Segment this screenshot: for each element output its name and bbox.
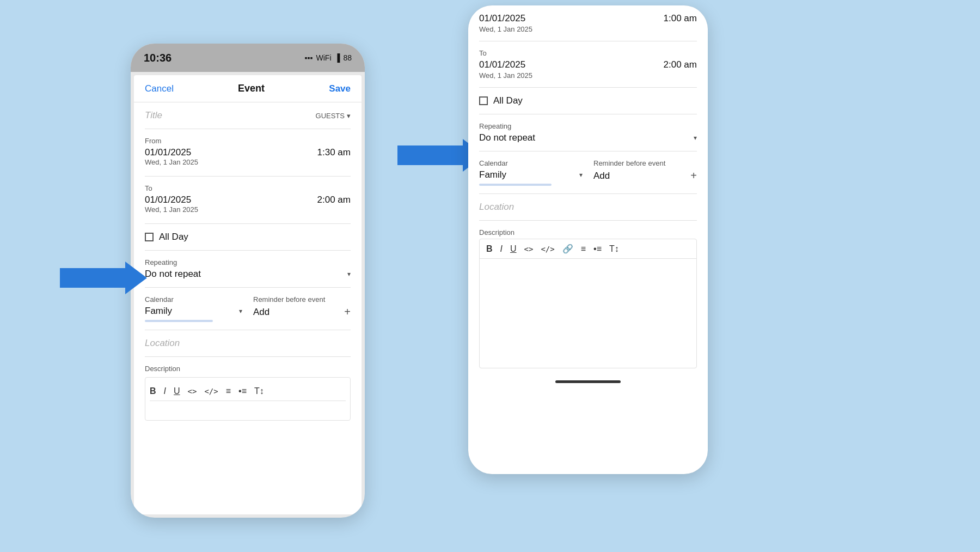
- repeating-row[interactable]: Repeating Do not repeat ▾: [145, 251, 351, 288]
- cancel-button[interactable]: Cancel: [145, 83, 174, 94]
- right-description-textarea[interactable]: [480, 259, 696, 368]
- right-calendar-label: Calendar: [479, 159, 583, 167]
- battery-level: 88: [343, 53, 352, 62]
- right-location-input[interactable]: Location: [479, 202, 514, 212]
- right-calendar-col[interactable]: Calendar Family ▾: [479, 159, 583, 186]
- allday-label: All Day: [159, 232, 188, 242]
- repeating-label: Repeating: [145, 258, 351, 266]
- calendar-select[interactable]: Family ▾: [145, 306, 242, 317]
- right-toolbar-unordered-list[interactable]: •≡: [593, 244, 602, 254]
- toolbar-unordered-list[interactable]: •≡: [238, 386, 247, 396]
- reminder-label: Reminder before event: [253, 295, 351, 304]
- save-button[interactable]: Save: [329, 83, 351, 94]
- right-from-weekday: Wed, 1 Jan 2025: [479, 25, 697, 33]
- calendar-value: Family: [145, 306, 172, 317]
- toolbar-ordered-list[interactable]: ≡: [226, 386, 231, 396]
- right-repeating-select[interactable]: Do not repeat ▾: [479, 132, 697, 143]
- right-description-label: Description: [479, 228, 697, 236]
- title-input[interactable]: Title: [145, 110, 162, 121]
- calendar-reminder-row: Calendar Family ▾ Reminder before event …: [145, 288, 351, 330]
- from-time[interactable]: 1:30 am: [317, 147, 351, 158]
- toolbar-text-size[interactable]: T↕: [254, 386, 264, 396]
- right-toolbar-ordered-list[interactable]: ≡: [581, 244, 586, 254]
- from-date[interactable]: 01/01/2025: [145, 147, 191, 158]
- right-toolbar-underline[interactable]: U: [510, 244, 517, 254]
- right-to-date[interactable]: 01/01/2025: [479, 59, 525, 70]
- right-description-box[interactable]: B I U <> </> 🔗 ≡ •≡ T↕: [479, 239, 697, 368]
- right-repeating-value: Do not repeat: [479, 132, 535, 143]
- title-row: Title GUESTS ▾: [145, 102, 351, 129]
- allday-row[interactable]: All Day: [145, 224, 351, 251]
- right-to-field[interactable]: To 01/01/2025 2:00 am Wed, 1 Jan 2025: [479, 41, 697, 88]
- allday-checkbox[interactable]: [145, 233, 154, 241]
- right-repeating-label: Repeating: [479, 122, 697, 130]
- toolbar-code-block[interactable]: </>: [204, 387, 218, 396]
- right-location-row[interactable]: Location: [479, 194, 697, 221]
- location-row[interactable]: Location: [145, 330, 351, 357]
- right-allday-label: All Day: [493, 95, 523, 106]
- guests-label: GUESTS: [316, 112, 345, 120]
- toolbar-bold[interactable]: B: [150, 386, 156, 396]
- calendar-arrow: ▾: [239, 307, 242, 315]
- right-from-field[interactable]: 01/01/2025 1:00 am Wed, 1 Jan 2025: [479, 5, 697, 41]
- right-toolbar-code[interactable]: <>: [524, 245, 534, 253]
- right-rich-text-toolbar: B I U <> </> 🔗 ≡ •≡ T↕: [480, 239, 696, 259]
- calendar-progress: [145, 320, 213, 322]
- time-display: 10:36: [144, 52, 171, 64]
- right-to-weekday: Wed, 1 Jan 2025: [479, 71, 697, 80]
- right-from-date[interactable]: 01/01/2025: [479, 13, 525, 24]
- right-calendar-select[interactable]: Family ▾: [479, 169, 583, 180]
- to-field[interactable]: To 01/01/2025 2:00 am Wed, 1 Jan 2025: [145, 177, 351, 224]
- calendar-label: Calendar: [145, 295, 242, 304]
- nav-title: Event: [238, 83, 265, 94]
- signal-icon: ▪▪▪: [305, 53, 313, 62]
- right-toolbar-code-block[interactable]: </>: [541, 245, 554, 253]
- right-from-time[interactable]: 1:00 am: [664, 13, 697, 24]
- right-phone: 01/01/2025 1:00 am Wed, 1 Jan 2025 To 01…: [468, 5, 708, 474]
- nav-bar: Cancel Event Save: [134, 75, 362, 102]
- right-reminder-label: Reminder before event: [593, 159, 697, 167]
- right-phone-screen: 01/01/2025 1:00 am Wed, 1 Jan 2025 To 01…: [468, 5, 708, 474]
- status-icons: ▪▪▪ WiFi ▐ 88: [305, 53, 352, 62]
- left-phone-screen: Cancel Event Save Title GUESTS ▾ From 01…: [134, 75, 362, 514]
- right-toolbar-bold[interactable]: B: [486, 244, 493, 254]
- reminder-select[interactable]: Add +: [253, 306, 351, 318]
- home-indicator-right: [555, 380, 621, 383]
- battery-icon: ▐: [335, 53, 340, 62]
- toolbar-code[interactable]: <>: [188, 387, 197, 396]
- right-repeating-row[interactable]: Repeating Do not repeat ▾: [479, 114, 697, 151]
- right-from-row: 01/01/2025 1:00 am: [479, 13, 697, 24]
- guests-chevron: ▾: [347, 112, 351, 120]
- right-reminder-value: Add: [593, 171, 610, 181]
- left-phone: 10:36 ▪▪▪ WiFi ▐ 88 Cancel Event Save Ti…: [131, 44, 365, 518]
- guests-button[interactable]: GUESTS ▾: [316, 112, 351, 120]
- repeating-select[interactable]: Do not repeat ▾: [145, 269, 351, 280]
- right-to-time[interactable]: 2:00 am: [664, 59, 697, 70]
- reminder-add-icon[interactable]: +: [344, 306, 351, 318]
- to-time[interactable]: 2:00 am: [317, 195, 351, 205]
- right-toolbar-italic[interactable]: I: [500, 244, 503, 254]
- location-input[interactable]: Location: [145, 338, 180, 348]
- status-bar-left: 10:36 ▪▪▪ WiFi ▐ 88: [131, 44, 365, 72]
- toolbar-italic[interactable]: I: [164, 386, 166, 396]
- wifi-icon: WiFi: [316, 53, 332, 62]
- right-toolbar-link[interactable]: 🔗: [562, 244, 573, 254]
- right-allday-checkbox[interactable]: [479, 96, 488, 105]
- right-reminder-add-icon[interactable]: +: [690, 169, 697, 182]
- reminder-col[interactable]: Reminder before event Add +: [253, 295, 351, 322]
- right-reminder-select[interactable]: Add +: [593, 169, 697, 182]
- right-calendar-progress: [479, 184, 552, 186]
- repeating-arrow: ▾: [347, 270, 351, 278]
- rich-text-toolbar-left: B I U <> </> ≡ •≡ T↕: [150, 382, 346, 401]
- right-toolbar-text-size[interactable]: T↕: [609, 244, 619, 254]
- right-to-row: 01/01/2025 2:00 am: [479, 59, 697, 70]
- description-section: Description B I U <> </> ≡ •≡ T↕: [145, 357, 351, 428]
- right-allday-row[interactable]: All Day: [479, 88, 697, 114]
- right-reminder-col[interactable]: Reminder before event Add +: [593, 159, 697, 186]
- calendar-col[interactable]: Calendar Family ▾: [145, 295, 242, 322]
- toolbar-underline[interactable]: U: [174, 386, 180, 396]
- right-description-section: Description B I U <> </> 🔗 ≡ •≡ T↕: [479, 221, 697, 376]
- to-date[interactable]: 01/01/2025: [145, 195, 191, 205]
- from-field[interactable]: From 01/01/2025 1:30 am Wed, 1 Jan 2025: [145, 129, 351, 177]
- description-label: Description: [145, 365, 351, 373]
